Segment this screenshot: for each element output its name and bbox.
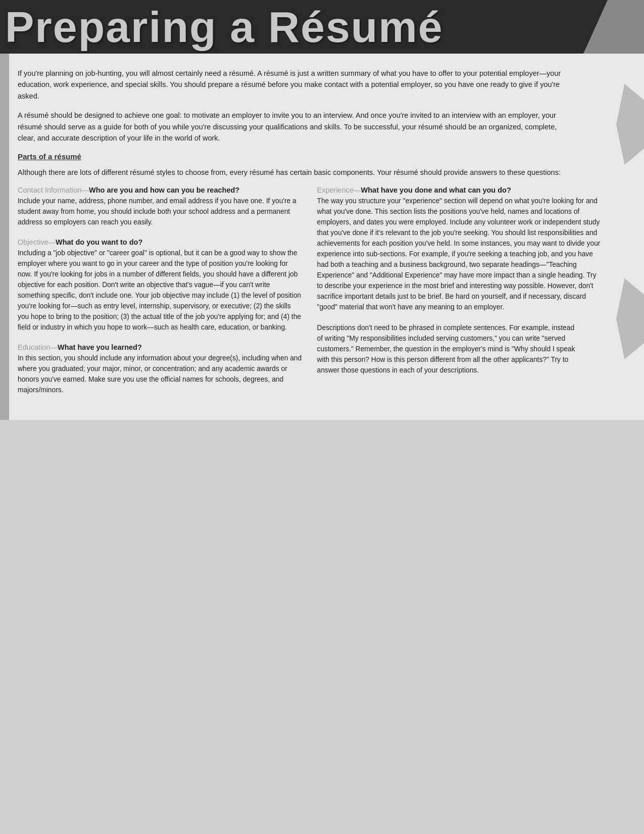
objective-label: Objective— xyxy=(18,238,56,246)
main-content: If you're planning on job-hunting, you w… xyxy=(0,54,644,420)
page-header: Preparing a Résumé xyxy=(0,0,644,54)
experience-label: Experience— xyxy=(317,186,361,194)
intro-block-2: A résumé should be designed to achieve o… xyxy=(18,110,626,144)
page-title: Preparing a Résumé xyxy=(0,5,443,49)
education-bold: What have you learned? xyxy=(58,343,142,351)
objective-bold: What do you want to do? xyxy=(56,238,142,246)
education-section: Education—What have you learned? In this… xyxy=(18,343,302,396)
contact-section: Contact Information—Who are you and how … xyxy=(18,186,302,228)
contact-bold: Who are you and how can you be reached? xyxy=(89,186,239,194)
components-intro: Although there are lots of different rés… xyxy=(18,167,626,178)
experience-title: Experience—What have you done and what c… xyxy=(317,186,602,194)
parts-heading: Parts of a résumé xyxy=(18,152,626,161)
experience-bold: What have you done and what can you do? xyxy=(361,186,511,194)
objective-title: Objective—What do you want to do? xyxy=(18,238,302,246)
intro-paragraph-2: A résumé should be designed to achieve o… xyxy=(18,110,601,144)
contact-title: Contact Information—Who are you and how … xyxy=(18,186,302,194)
education-label: Education— xyxy=(18,343,58,351)
bottom-section: Descriptions don't need to be phrased in… xyxy=(317,323,602,376)
right-column: Experience—What have you done and what c… xyxy=(317,186,602,406)
left-bar-decor xyxy=(0,54,9,420)
intro-block-1: If you're planning on job-hunting, you w… xyxy=(18,68,626,102)
experience-body: The way you structure your "experience" … xyxy=(317,196,602,313)
education-title: Education—What have you learned? xyxy=(18,343,302,351)
header-decor xyxy=(583,0,644,54)
contact-body: Include your name, address, phone number… xyxy=(18,196,302,228)
bottom-paragraph: Descriptions don't need to be phrased in… xyxy=(317,323,576,376)
contact-label: Contact Information— xyxy=(18,186,89,194)
objective-body: Including a "job objective" or "career g… xyxy=(18,248,302,333)
left-column: Contact Information—Who are you and how … xyxy=(18,186,302,406)
objective-section: Objective—What do you want to do? Includ… xyxy=(18,238,302,333)
education-body: In this section, you should include any … xyxy=(18,353,302,396)
intro-paragraph-1: If you're planning on job-hunting, you w… xyxy=(18,68,601,102)
two-column-layout: Contact Information—Who are you and how … xyxy=(18,186,626,406)
experience-section: Experience—What have you done and what c… xyxy=(317,186,602,313)
